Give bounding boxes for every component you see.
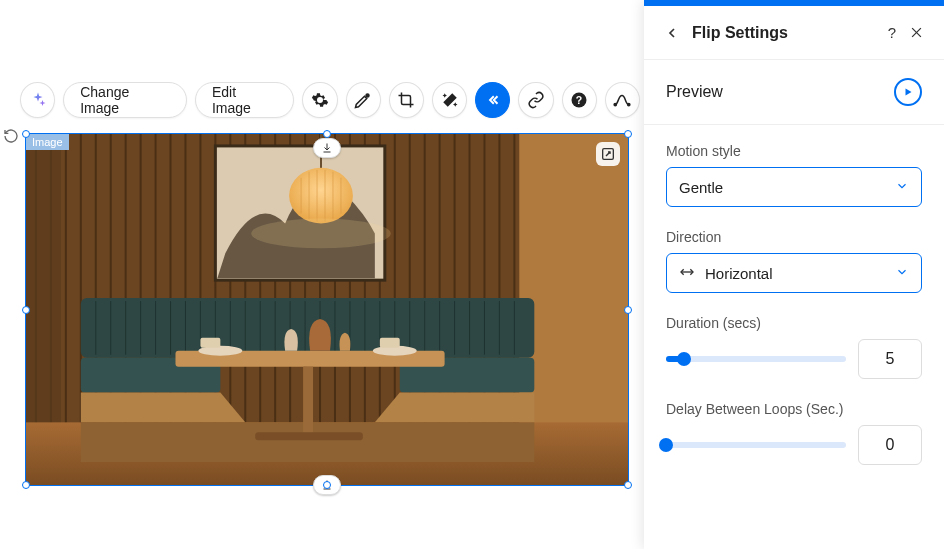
delay-input[interactable] — [858, 425, 922, 465]
undo-button[interactable] — [2, 127, 20, 145]
preview-label: Preview — [666, 83, 723, 101]
flip-settings-panel: Flip Settings ? Preview Motion style Gen… — [644, 0, 944, 549]
resize-handle-br[interactable] — [624, 481, 632, 489]
chevron-down-icon — [895, 265, 909, 282]
duration-input[interactable] — [858, 339, 922, 379]
help-button[interactable]: ? — [880, 21, 904, 45]
svg-point-51 — [251, 219, 391, 249]
image-content — [26, 134, 628, 485]
duration-label: Duration (secs) — [666, 315, 922, 331]
settings-button[interactable] — [302, 82, 337, 118]
help-toolbar-button[interactable]: ? — [562, 82, 597, 118]
resize-handle-mr[interactable] — [624, 306, 632, 314]
top-handle-download-icon[interactable] — [313, 138, 341, 158]
resize-handle-tl[interactable] — [22, 130, 30, 138]
direction-section: Direction Horizontal — [644, 211, 944, 297]
duration-slider-thumb[interactable] — [677, 352, 691, 366]
motion-style-select[interactable]: Gentle — [666, 167, 922, 207]
duration-slider[interactable] — [666, 356, 846, 362]
delay-section: Delay Between Loops (Sec.) — [644, 383, 944, 469]
magic-button[interactable] — [432, 82, 467, 118]
image-toolbar: Change Image Edit Image ? — [20, 82, 640, 118]
delay-label: Delay Between Loops (Sec.) — [666, 401, 922, 417]
horizontal-arrows-icon — [679, 264, 695, 283]
change-image-label: Change Image — [80, 84, 170, 116]
ai-sparkle-button[interactable] — [20, 82, 55, 118]
resize-handle-tr[interactable] — [624, 130, 632, 138]
panel-header: Flip Settings ? — [644, 6, 944, 60]
motion-style-value: Gentle — [679, 179, 723, 196]
edit-image-label: Edit Image — [212, 84, 277, 116]
back-button[interactable] — [660, 21, 684, 45]
svg-text:?: ? — [576, 94, 582, 106]
resize-handle-tm[interactable] — [323, 130, 331, 138]
resize-handle-bl[interactable] — [22, 481, 30, 489]
chevron-down-icon — [895, 179, 909, 196]
direction-label: Direction — [666, 229, 922, 245]
svg-rect-92 — [380, 338, 400, 348]
svg-rect-88 — [255, 432, 363, 440]
image-selection-frame[interactable]: Image — [25, 133, 629, 486]
edit-image-button[interactable]: Edit Image — [195, 82, 294, 118]
color-picker-button[interactable] — [346, 82, 381, 118]
direction-value: Horizontal — [705, 265, 773, 282]
svg-rect-53 — [81, 298, 534, 358]
selection-type-badge: Image — [26, 134, 69, 150]
svg-point-0 — [366, 94, 369, 97]
direction-select[interactable]: Horizontal — [666, 253, 922, 293]
svg-marker-98 — [906, 89, 912, 96]
crop-button[interactable] — [389, 82, 424, 118]
svg-point-4 — [628, 103, 630, 105]
delay-slider-thumb[interactable] — [659, 438, 673, 452]
svg-rect-91 — [200, 338, 220, 348]
duration-section: Duration (secs) — [644, 297, 944, 383]
path-button[interactable] — [605, 82, 640, 118]
preview-row: Preview — [644, 60, 944, 125]
resize-handle-ml[interactable] — [22, 306, 30, 314]
svg-point-3 — [615, 103, 617, 105]
expand-icon[interactable] — [596, 142, 620, 166]
editor-canvas: Change Image Edit Image ? — [0, 0, 640, 549]
close-button[interactable] — [904, 21, 928, 45]
motion-style-label: Motion style — [666, 143, 922, 159]
svg-rect-87 — [303, 367, 313, 437]
panel-title: Flip Settings — [692, 24, 880, 42]
delay-slider[interactable] — [666, 442, 846, 448]
motion-style-section: Motion style Gentle — [644, 125, 944, 211]
resize-handle-bm[interactable] — [323, 481, 331, 489]
animation-button[interactable] — [475, 82, 510, 118]
change-image-button[interactable]: Change Image — [63, 82, 187, 118]
preview-play-button[interactable] — [894, 78, 922, 106]
link-button[interactable] — [518, 82, 553, 118]
svg-point-44 — [289, 168, 353, 224]
